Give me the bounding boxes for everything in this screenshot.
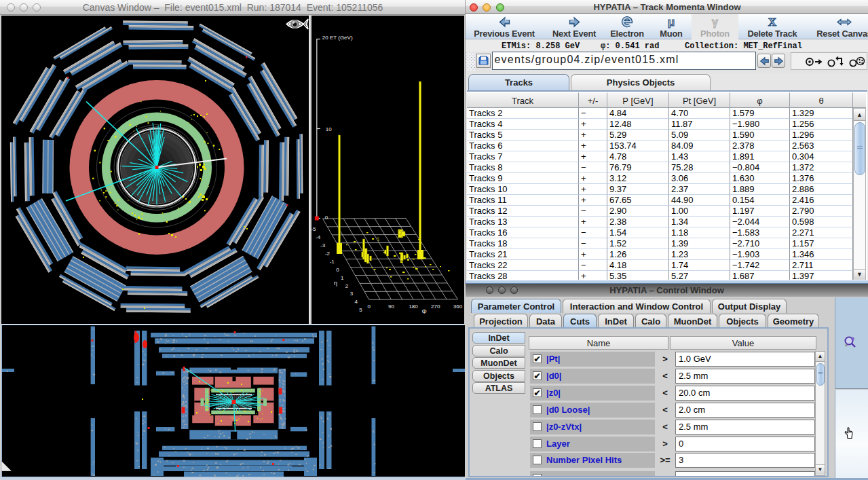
svg-text:η: η <box>334 280 337 287</box>
svg-text:2: 2 <box>345 283 349 289</box>
svg-text:Φ: Φ <box>421 308 426 315</box>
svg-text:-5: -5 <box>312 226 316 232</box>
svg-text:90: 90 <box>388 303 394 310</box>
svg-text:5: 5 <box>359 307 362 313</box>
svg-text:-4: -4 <box>316 234 321 240</box>
svg-text:4: 4 <box>355 299 358 305</box>
svg-text:180: 180 <box>409 303 418 310</box>
svg-text:0: 0 <box>368 303 371 310</box>
svg-text:10: 10 <box>326 126 332 132</box>
svg-text:0: 0 <box>325 215 328 221</box>
svg-text:0: 0 <box>336 267 339 273</box>
svg-text:1: 1 <box>341 275 344 281</box>
svg-text:-3: -3 <box>320 242 326 248</box>
svg-text:20 ET (GeV): 20 ET (GeV) <box>322 35 353 41</box>
svg-text:-1: -1 <box>330 259 335 265</box>
svg-text:360: 360 <box>453 303 463 310</box>
svg-text:-2: -2 <box>325 251 331 257</box>
svg-text:3: 3 <box>350 291 354 297</box>
svg-text:270: 270 <box>431 303 440 310</box>
